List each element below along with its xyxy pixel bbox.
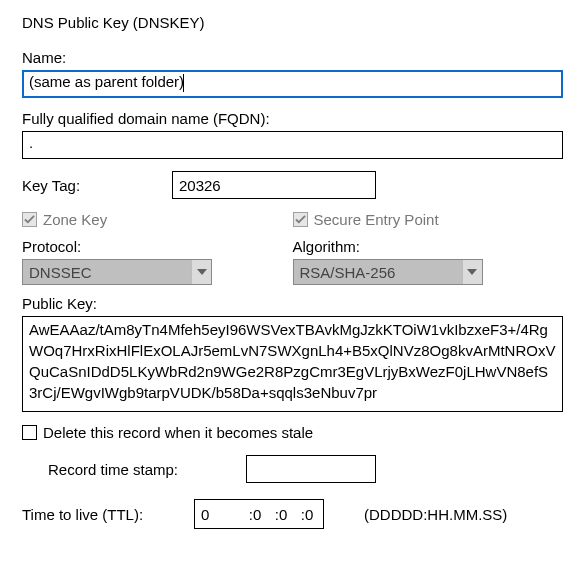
protocol-combo-button — [191, 260, 211, 284]
algorithm-label: Algorithm: — [293, 238, 546, 255]
ttl-input[interactable]: 0 :0 :0 :0 — [194, 499, 324, 529]
algorithm-value: RSA/SHA-256 — [300, 264, 396, 281]
name-input-value: (same as parent folder) — [29, 73, 184, 90]
delete-stale-label: Delete this record when it becomes stale — [43, 424, 313, 441]
record-timestamp-label: Record time stamp: — [48, 461, 246, 478]
ttl-days[interactable]: 0 — [199, 506, 241, 523]
ttl-hours[interactable]: :0 — [241, 506, 267, 523]
publickey-value: AwEAAaz/tAm8yTn4Mfeh5eyI96WSVexTBAvkMgJz… — [29, 321, 555, 401]
record-timestamp-input[interactable] — [246, 455, 376, 483]
name-input[interactable]: (same as parent folder) — [22, 70, 563, 98]
protocol-value: DNSSEC — [29, 264, 92, 281]
chevron-down-icon — [197, 269, 207, 275]
fqdn-label: Fully qualified domain name (FQDN): — [22, 110, 563, 127]
delete-stale-checkbox[interactable] — [22, 425, 37, 440]
dnskey-dialog: DNS Public Key (DNSKEY) Name: (same as p… — [0, 0, 585, 547]
keytag-label: Key Tag: — [22, 177, 172, 194]
keytag-input[interactable] — [172, 171, 376, 199]
dialog-title: DNS Public Key (DNSKEY) — [22, 14, 563, 31]
protocol-label: Protocol: — [22, 238, 275, 255]
checkmark-icon — [24, 214, 35, 225]
sep-checkbox — [293, 212, 308, 227]
ttl-minutes[interactable]: :0 — [267, 506, 293, 523]
algorithm-combo: RSA/SHA-256 — [293, 259, 483, 285]
ttl-format-hint: (DDDDD:HH.MM.SS) — [364, 506, 507, 523]
zone-key-checkbox — [22, 212, 37, 227]
checkmark-icon — [295, 214, 306, 225]
fqdn-input[interactable]: . — [22, 131, 563, 159]
chevron-down-icon — [467, 269, 477, 275]
fqdn-input-value: . — [29, 134, 33, 151]
zone-key-label: Zone Key — [43, 211, 107, 228]
publickey-label: Public Key: — [22, 295, 563, 312]
name-label: Name: — [22, 49, 563, 66]
ttl-seconds[interactable]: :0 — [293, 506, 319, 523]
sep-label: Secure Entry Point — [314, 211, 439, 228]
publickey-textarea[interactable]: AwEAAaz/tAm8yTn4Mfeh5eyI96WSVexTBAvkMgJz… — [22, 316, 563, 412]
protocol-combo: DNSSEC — [22, 259, 212, 285]
text-caret — [183, 74, 184, 92]
ttl-label: Time to live (TTL): — [22, 506, 194, 523]
algorithm-combo-button — [462, 260, 482, 284]
